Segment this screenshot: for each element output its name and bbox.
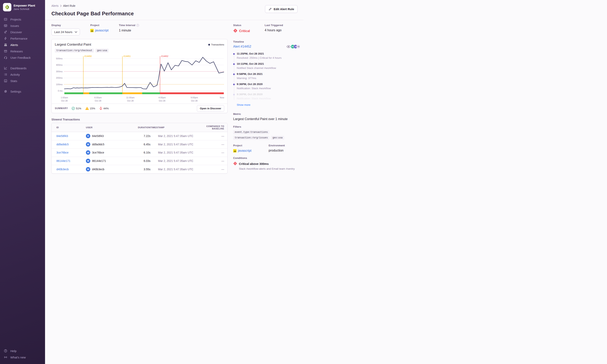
timeline-connector [234, 54, 234, 100]
timeline-entry: 11:25PM, Oct 28 2021Resolved: 250ms | Cr… [237, 52, 300, 59]
detail-project-label: Project [233, 144, 269, 147]
project-link[interactable]: JS javascript [90, 29, 108, 32]
svg-text:500ms: 500ms [56, 57, 63, 60]
transaction-duration: 6.45s [132, 143, 150, 146]
fire-diamond-icon [233, 161, 237, 166]
summary-stat: 51% [71, 107, 81, 110]
sidebar-item-discover[interactable]: Discover [0, 29, 45, 35]
timeline-section: Timeline Alert #14452 SCD+3 [233, 40, 300, 49]
transaction-user: W3ce76bce [86, 150, 132, 155]
transaction-user: Wdd9a9dc5 [86, 142, 132, 146]
filter-chips: event.type:transactionstransaction:/org/… [233, 130, 300, 140]
svg-text:11:00am: 11:00am [126, 96, 135, 99]
chart-title: Largest Contentful Paint [52, 39, 227, 47]
project-control: Project JS javascript [90, 24, 108, 36]
detail-project-link[interactable]: JS javascript [233, 149, 269, 153]
column-header-compared-to-baseline: COMPARED TO BASELINE [200, 125, 224, 130]
last-triggered-label: Last Triggered [265, 24, 283, 27]
timeline-entry: 10:11PM, Oct 28 2021Notified Slack chann… [237, 62, 300, 69]
warning-triangle-icon [85, 107, 89, 110]
transaction-timestamp: Mar 2, 2021 5:47:35am UTC [150, 134, 200, 138]
avatar: W [86, 159, 90, 163]
left-column: Display Last 24 hours Project JS javascr… [51, 24, 228, 174]
status-value: Critical [233, 28, 265, 34]
chart-legend[interactable]: Transactions [208, 43, 224, 46]
sidebar-item-projects[interactable]: Projects [0, 16, 45, 23]
alerts-icon [4, 43, 7, 47]
transaction-id-link[interactable]: 84e58f43 [56, 134, 86, 138]
sidebar-item-settings[interactable]: Settings [0, 88, 45, 95]
status-label: Status [233, 24, 265, 27]
svg-text:Now: Now [220, 96, 224, 99]
page-header: Alerts Alert Rule Checkout Page Bad Perf… [45, 0, 303, 20]
breadcrumb-alerts[interactable]: Alerts [51, 4, 59, 7]
help-tooltip-icon[interactable]: ? [136, 24, 139, 27]
releases-icon [4, 49, 7, 53]
performance-icon [4, 37, 7, 40]
svg-text:1:00am: 1:00am [61, 96, 68, 99]
metric-label: Metric [233, 113, 300, 116]
breadcrumb: Alerts Alert Rule [51, 4, 297, 7]
chart-tags: transaction:/org/checkoutgeo:usa [52, 47, 227, 52]
sidebar-item-performance[interactable]: Performance [0, 35, 45, 42]
project-environment-row: Project JS javascript Environment produc… [233, 144, 300, 153]
right-column: Status Critical Last Triggered 4 hours a… [233, 24, 300, 174]
transactions-body: 84e58f43R84e58f437.22sMar 2, 2021 5:47:3… [52, 132, 227, 173]
conditions-label: Conditions [233, 156, 300, 159]
sidebar-item-user-feedback[interactable]: User Feedback [0, 54, 45, 61]
transaction-id-link[interactable]: d40b3ecb [56, 168, 86, 171]
edit-alert-rule-button[interactable]: Edit Alert Rule [265, 5, 297, 13]
transaction-id-link[interactable]: 86144e171 [56, 159, 86, 162]
show-more-link[interactable]: Show more [237, 103, 250, 106]
activity-icon [4, 73, 7, 76]
timeline-dot-icon [233, 74, 235, 75]
check-circle-icon [71, 107, 75, 110]
avatar[interactable]: +3 [296, 45, 300, 49]
stats-icon [4, 79, 7, 83]
timeline-entry: 9:36PM, Oct 28 2020Notification: Slack #… [237, 93, 300, 100]
svg-text:0 ms: 0 ms [58, 90, 63, 92]
visibility-eye-icon[interactable] [286, 45, 291, 48]
nav-gap [0, 61, 45, 65]
sidebar-item-activity[interactable]: Activity [0, 71, 45, 78]
breadcrumb-chevron-icon [60, 5, 62, 7]
timeline-label: Timeline [233, 40, 300, 43]
environment-value: production [269, 149, 285, 152]
nav-gap [0, 84, 45, 88]
org-name: Empower Plant [13, 4, 35, 8]
last-triggered-block: Last Triggered 4 hours ago [265, 24, 283, 34]
environment-label: Environment [269, 144, 285, 147]
summary-stats: 51%15%44% [71, 106, 113, 110]
svg-text:Oct 28: Oct 28 [61, 100, 67, 102]
alert-link[interactable]: Alert #14452 [233, 45, 251, 48]
transaction-baseline: — [200, 143, 224, 146]
svg-text:100ms: 100ms [56, 83, 63, 86]
open-in-discover-button[interactable]: Open in Discover [197, 105, 224, 112]
chevron-down-icon [75, 31, 77, 33]
sidebar-item-alerts[interactable]: Alerts [0, 42, 45, 48]
sidebar-item-issues[interactable]: Issues [0, 23, 45, 29]
org-switcher[interactable]: Empower Plant Jane Schmidt [0, 0, 45, 13]
transaction-timestamp: Mar 2, 2021 5:47:35am UTC [150, 151, 200, 154]
transaction-id-link[interactable]: dd9a9dc5 [56, 143, 86, 146]
transactions-table: IDUSERDURATIONTIMESTAMPCOMPARED TO BASEL… [51, 123, 228, 174]
conditions-section: Conditions Critical above 300ms Slack #w… [233, 156, 300, 170]
projects-icon [4, 17, 7, 21]
chart-plot[interactable]: 0 ms100ms200ms300ms400ms500ms#14450#1445… [52, 52, 227, 104]
svg-text:300ms: 300ms [56, 70, 63, 73]
svg-text:4:00pm: 4:00pm [158, 96, 166, 99]
svg-text:#14450: #14450 [84, 55, 92, 57]
display-select[interactable]: Last 24 hours [51, 28, 80, 36]
sidebar-item-releases[interactable]: Releases [0, 48, 45, 54]
display-label: Display [51, 24, 80, 27]
transaction-baseline: — [200, 168, 224, 171]
svg-text:Oct 28: Oct 28 [191, 100, 198, 102]
timeline-dot-icon [233, 63, 235, 65]
sidebar-item-stats[interactable]: Stats [0, 78, 45, 84]
chart-tag-chip: geo:usa [95, 49, 108, 52]
sidebar-item-dashboards[interactable]: Dashboards [0, 65, 45, 71]
transaction-id-link[interactable]: 3ce76bce [56, 151, 86, 154]
condition-title-row: Critical above 300ms [233, 161, 300, 166]
lcp-line-chart[interactable]: 0 ms100ms200ms300ms400ms500ms#14450#1445… [54, 53, 225, 103]
condition-subtitle: Slack #workflow-alerts and Email team #s… [239, 167, 300, 170]
